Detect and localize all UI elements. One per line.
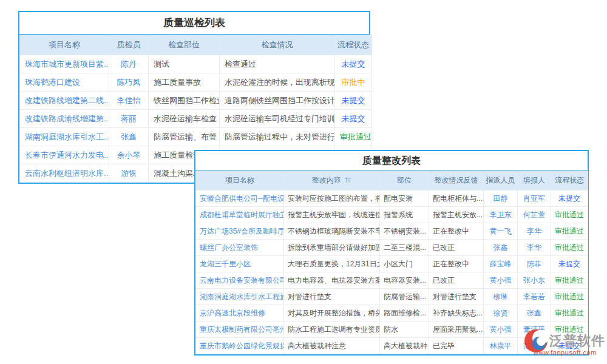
assignee-cell[interactable]: 黄小强 bbox=[484, 322, 518, 338]
table-row: 湖南洞庭湖水库引水工...张鑫防腐管运输、布管防腐管运输过程中，未对管进行...… bbox=[20, 128, 372, 146]
project-name-cell[interactable]: 改建铁路成渝线增建第... bbox=[20, 110, 109, 128]
rectify-content-cell: 对其及时开展整治措施，桥头... bbox=[284, 305, 380, 322]
column-header-rectify-content[interactable]: 整改内容 bbox=[284, 171, 380, 190]
inspector-cell[interactable]: 游恢 bbox=[109, 164, 149, 183]
quality-rectification-panel: 质量整改列表 项目名称 整改内容 部位 整改情况反馈 指派人员 填报人 bbox=[194, 150, 589, 356]
table-row: 改建铁路成渝线增建第...蒋丽水泥砼运输车检查水泥砼运输车司机经过专门培训...… bbox=[20, 110, 372, 128]
status-cell[interactable]: 审批通过 bbox=[335, 128, 372, 146]
column-header-status: 流程状态 bbox=[551, 171, 588, 190]
project-name-cell[interactable]: 珠海市城市更新项目紫... bbox=[20, 55, 109, 73]
reporter-cell[interactable]: 张鑫 bbox=[518, 305, 551, 322]
inspector-cell[interactable]: 陈丹 bbox=[109, 55, 149, 73]
quality-rectification-table: 项目名称 整改内容 部位 整改情况反馈 指派人员 填报人 流程状态 安徽合肥供电… bbox=[195, 170, 588, 354]
column-header-part: 部位 bbox=[380, 171, 429, 190]
project-name-cell[interactable]: 长春市伊通河水力发电... bbox=[20, 146, 109, 164]
table-row: 万达广场35#会所及咖啡厅空...不锈钢边框玻璃隔断安装不牢...不锈钢安装..… bbox=[196, 223, 588, 240]
inspector-cell[interactable]: 李佳怡 bbox=[109, 92, 149, 110]
rectify-content-cell: 对管进行垫支 bbox=[284, 289, 380, 305]
project-name-cell[interactable]: 改建铁路线增建第二线... bbox=[20, 92, 109, 110]
reporter-cell[interactable]: 李华 bbox=[518, 240, 551, 256]
status-cell[interactable]: 审批通过 bbox=[551, 223, 588, 240]
inspector-cell[interactable]: 陈巧凤 bbox=[109, 73, 149, 92]
project-name-cell[interactable]: 京沪高速北京段维修 bbox=[196, 305, 284, 322]
project-name-cell[interactable]: 云南水利枢纽潜明水库... bbox=[20, 164, 109, 183]
column-header-reporter: 填报人 bbox=[518, 171, 551, 190]
reporter-cell[interactable]: 陈菲 bbox=[518, 256, 551, 272]
project-name-cell[interactable]: 螺丝厂办公室装饰 bbox=[196, 240, 284, 256]
status-cell[interactable]: 未提交 bbox=[335, 110, 372, 128]
reporter-cell[interactable]: 张小东 bbox=[518, 272, 551, 289]
assignee-cell[interactable]: 薛宝峰 bbox=[484, 256, 518, 272]
inspection-result-cell: 水泥砼灌注的时候，出现离析现象 bbox=[220, 73, 335, 92]
table-row: 湖南洞庭湖水库引水工程施工标对管进行垫支防腐管运输...对管进行垫支柳琳李若若审… bbox=[196, 289, 588, 305]
assignee-cell[interactable]: 黄一飞 bbox=[484, 223, 518, 240]
assignee-cell[interactable]: 黄小强 bbox=[484, 272, 518, 289]
status-cell[interactable]: 审批通过 bbox=[551, 272, 588, 289]
project-name-cell[interactable]: 重庆市鹅岭公园绿化景观提升... bbox=[196, 338, 284, 354]
status-cell[interactable]: 审批中 bbox=[335, 73, 372, 92]
reporter-cell[interactable]: 李华 bbox=[518, 223, 551, 240]
column-header-inspector: 质检员 bbox=[109, 35, 149, 55]
rectify-content-cell: 安装时应按施工图的布置，将... bbox=[284, 190, 380, 207]
assignee-cell[interactable]: 李卫东 bbox=[484, 207, 518, 223]
inspection-result-cell: 道路两侧铁丝网围挡工作按设计... bbox=[220, 92, 335, 110]
project-name-cell[interactable]: 云南电力设备安装有限公司20... bbox=[196, 272, 284, 289]
feedback-cell: 配电柜柜体与... bbox=[429, 190, 484, 207]
feedback-cell: 正在整改中 bbox=[429, 223, 484, 240]
inspection-part-cell: 测试 bbox=[149, 55, 220, 73]
inspection-part-cell: 防腐管运输、布管 bbox=[149, 128, 220, 146]
inspector-cell[interactable]: 余小琴 bbox=[109, 146, 149, 164]
part-cell: 路面维修检... bbox=[380, 305, 429, 322]
header-row: 项目名称 质检员 检查部位 检查情况 流程状态 bbox=[20, 35, 372, 55]
project-name-cell[interactable]: 湖南洞庭湖水库引水工... bbox=[20, 128, 109, 146]
table-row: 云南电力设备安装有限公司20...电力电容器、电抗器安装方案,...电容器安装.… bbox=[196, 272, 588, 289]
status-cell[interactable]: 未提交 bbox=[551, 256, 588, 272]
reporter-cell[interactable]: 李若若 bbox=[518, 289, 551, 305]
status-cell[interactable]: 未提交 bbox=[551, 190, 588, 207]
part-cell: 二至三楼混... bbox=[380, 240, 429, 256]
status-cell[interactable]: 审批通过 bbox=[551, 305, 588, 322]
project-name-cell[interactable]: 珠海鹤港口建设 bbox=[20, 73, 109, 92]
inspector-cell[interactable]: 蒋丽 bbox=[109, 110, 149, 128]
project-name-cell[interactable]: 成都杜甫草堂临时展厅独立展... bbox=[196, 207, 284, 223]
part-cell: 配电安装 bbox=[380, 190, 429, 207]
part-cell: 电容器安装... bbox=[380, 272, 429, 289]
status-cell[interactable]: 审批通过 bbox=[551, 207, 588, 223]
table-row: 珠海鹤港口建设陈巧凤施工质量事故水泥砼灌注的时候，出现离析现象审批中 bbox=[20, 73, 372, 92]
column-header-inspection-part: 检查部位 bbox=[149, 35, 220, 55]
rectify-content-cell: 防水工程施工选调有专业资质... bbox=[284, 322, 380, 338]
status-cell[interactable]: 未提交 bbox=[335, 55, 372, 73]
reporter-cell[interactable]: 肖亚军 bbox=[518, 190, 551, 207]
status-cell[interactable]: 未提交 bbox=[335, 92, 372, 110]
part-cell: 高大植被栽种 bbox=[380, 338, 429, 354]
column-header-project-name: 项目名称 bbox=[20, 35, 109, 55]
assignee-cell[interactable]: 林康平 bbox=[484, 338, 518, 354]
inspection-result-cell: 防腐管运输过程中，未对管进行... bbox=[220, 128, 335, 146]
sort-icon[interactable] bbox=[345, 177, 351, 183]
rectify-content-cell: 拆除到承重墙部分请做好加固... bbox=[284, 240, 380, 256]
project-name-cell[interactable]: 万达广场35#会所及咖啡厅空... bbox=[196, 223, 284, 240]
header-row: 项目名称 整改内容 部位 整改情况反馈 指派人员 填报人 流程状态 bbox=[196, 171, 588, 190]
assignee-cell[interactable]: 柳琳 bbox=[484, 289, 518, 305]
feedback-cell: 报警主机安放... bbox=[429, 207, 484, 223]
assignee-cell[interactable]: 张鑫 bbox=[484, 240, 518, 256]
column-header-inspection-result: 检查情况 bbox=[220, 35, 335, 55]
project-name-cell[interactable]: 重庆太极制药有限公司亳州中... bbox=[196, 322, 284, 338]
project-name-cell[interactable]: 安徽合肥供电公司--配电设备... bbox=[196, 190, 284, 207]
project-name-cell[interactable]: 湖南洞庭湖水库引水工程施工标 bbox=[196, 289, 284, 305]
inspection-part-cell: 铁丝网围挡工作检查 bbox=[149, 92, 220, 110]
status-cell[interactable]: 审批通过 bbox=[551, 240, 588, 256]
assignee-cell[interactable]: 徐贤 bbox=[484, 305, 518, 322]
table-row: 螺丝厂办公室装饰拆除到承重墙部分请做好加固...二至三楼混...已改正张鑫李华审… bbox=[196, 240, 588, 256]
rectify-content-label: 整改内容 bbox=[312, 176, 341, 184]
brand-name: 泛普软件 bbox=[549, 332, 605, 350]
reporter-cell[interactable]: 何芷萱 bbox=[518, 207, 551, 223]
assignee-cell[interactable]: 田静 bbox=[484, 190, 518, 207]
feedback-cell: 正在整改中 bbox=[429, 256, 484, 272]
inspection-table-title: 质量巡检列表 bbox=[19, 12, 369, 35]
column-header-project-name: 项目名称 bbox=[196, 171, 284, 190]
inspector-cell[interactable]: 张鑫 bbox=[109, 128, 149, 146]
rectify-content-cell: 不锈钢边框玻璃隔断安装不牢... bbox=[284, 223, 380, 240]
project-name-cell[interactable]: 龙湖三千里小区 bbox=[196, 256, 284, 272]
status-cell[interactable]: 审批通过 bbox=[551, 289, 588, 305]
